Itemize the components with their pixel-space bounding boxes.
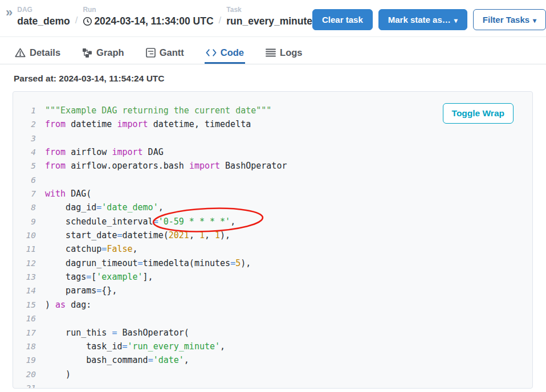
code-text: params={}, <box>45 284 117 297</box>
task-label: Task <box>226 6 312 14</box>
code-text: from airflow import DAG <box>45 145 164 159</box>
task-actions: Clear task Mark state as…▾ Filter Tasks▾ <box>312 6 546 30</box>
line-number: 11 <box>13 242 36 256</box>
code-text: dagrun_timeout=timedelta(minutes=5), <box>45 256 251 270</box>
parsed-at-text: Parsed at: 2024-03-14, 11:54:24 UTC <box>0 64 546 91</box>
code-line: 7with DAG( <box>13 187 532 201</box>
code-text: start_date=datetime(2021, 1, 1), <box>45 228 230 242</box>
code-text: ) <box>45 368 71 381</box>
code-text: tags=['example'], <box>45 270 153 284</box>
code-text: bash_command='date', <box>45 353 189 367</box>
code-text: with DAG( <box>45 187 91 201</box>
line-number: 16 <box>13 312 36 325</box>
code-line: 6 <box>13 173 532 187</box>
code-line: 5from airflow.operators.bash import Bash… <box>13 159 532 173</box>
code-text: from datetime import datetime, timedelta <box>45 117 251 131</box>
run-value[interactable]: 2024-03-14, 11:34:00 UTC <box>83 15 213 27</box>
line-number: 3 <box>13 132 36 145</box>
line-number: 20 <box>13 368 36 381</box>
dag-code-panel: Toggle Wrap 1"""Example DAG returning th… <box>13 91 533 389</box>
code-text: dag_id='date_demo', <box>45 201 164 214</box>
code-line: 15) as dag: <box>13 298 532 312</box>
code-text: from airflow.operators.bash import BashO… <box>45 159 287 173</box>
task-name[interactable]: run_every_minute <box>226 15 312 27</box>
line-number: 18 <box>13 340 36 353</box>
logs-icon <box>266 48 276 57</box>
run-label: Run <box>83 6 213 14</box>
line-number: 8 <box>13 201 36 214</box>
toggle-wrap-button[interactable]: Toggle Wrap <box>443 103 514 124</box>
breadcrumb-task: Task run_every_minute <box>226 6 312 27</box>
gantt-icon <box>146 48 156 58</box>
line-number: 6 <box>13 173 36 187</box>
line-number: 1 <box>13 104 36 117</box>
tab-graph[interactable]: Graph <box>81 37 125 64</box>
code-line: 13 tags=['example'], <box>13 270 532 284</box>
alert-triangle-icon <box>15 48 26 58</box>
code-line: 9 schedule_interval='0-59 * * * *', <box>13 215 532 228</box>
line-number: 10 <box>13 228 36 242</box>
code-line: 16 <box>13 312 532 325</box>
line-number: 7 <box>13 187 36 201</box>
line-number: 17 <box>13 326 36 340</box>
code-line: 3 <box>13 132 532 145</box>
code-line: 17 run_this = BashOperator( <box>13 326 532 340</box>
tab-code[interactable]: Code <box>205 37 245 64</box>
line-number: 19 <box>13 353 36 367</box>
caret-down-icon: ▾ <box>533 17 536 24</box>
code-text: run_this = BashOperator( <box>45 326 189 340</box>
code-text: ) as dag: <box>45 298 91 312</box>
code-line: 11 catchup=False, <box>13 242 532 256</box>
code-line: 10 start_date=datetime(2021, 1, 1), <box>13 228 532 242</box>
code-line: 19 bash_command='date', <box>13 353 532 367</box>
breadcrumb: DAG date_demo / Run 2024-03-14, 11:34:00… <box>17 6 312 27</box>
line-number: 14 <box>13 284 36 297</box>
run-timestamp: 2024-03-14, 11:34:00 UTC <box>94 15 213 27</box>
tab-gantt[interactable]: Gantt <box>145 37 185 64</box>
code-line: 14 params={}, <box>13 284 532 297</box>
code-line: 4from airflow import DAG <box>13 145 532 159</box>
code-text: catchup=False, <box>45 242 138 256</box>
filter-tasks-button[interactable]: Filter Tasks▾ <box>473 9 546 30</box>
line-number: 12 <box>13 256 36 270</box>
expand-breadcrumb-icon[interactable]: » <box>6 7 13 18</box>
task-instance-header: » DAG date_demo / Run 2024-03-14, 11:34:… <box>0 0 546 37</box>
code-text: schedule_interval='0-59 * * * *', <box>45 215 235 228</box>
clock-icon <box>83 17 92 26</box>
line-number: 15 <box>13 298 36 312</box>
code-line: 18 task_id='run_every_minute', <box>13 340 532 353</box>
caret-down-icon: ▾ <box>454 17 458 24</box>
mark-state-button[interactable]: Mark state as…▾ <box>378 9 467 30</box>
graph-icon <box>82 48 92 58</box>
breadcrumb-dag: DAG date_demo <box>17 6 70 27</box>
breadcrumb-run: Run 2024-03-14, 11:34:00 UTC <box>83 6 213 27</box>
code-text: task_id='run_every_minute', <box>45 340 225 353</box>
clear-task-button[interactable]: Clear task <box>312 9 373 30</box>
code-line: 8 dag_id='date_demo', <box>13 201 532 214</box>
code-icon <box>206 48 217 57</box>
line-number: 2 <box>13 117 36 131</box>
code-text: """Example DAG returning the current dat… <box>45 104 271 117</box>
line-number: 13 <box>13 270 36 284</box>
line-number: 21 <box>13 381 36 389</box>
tab-details[interactable]: Details <box>14 37 62 64</box>
line-number: 5 <box>13 159 36 173</box>
breadcrumb-separator: / <box>75 15 78 27</box>
code-line: 21 <box>13 381 532 389</box>
code-view: 1"""Example DAG returning the current da… <box>13 92 532 389</box>
tab-bar: Details Graph Gantt Code <box>0 37 546 64</box>
breadcrumb-separator: / <box>219 15 222 27</box>
code-line: 12 dagrun_timeout=timedelta(minutes=5), <box>13 256 532 270</box>
line-number: 9 <box>13 215 36 228</box>
dag-label: DAG <box>17 6 70 14</box>
line-number: 4 <box>13 145 36 159</box>
dag-name[interactable]: date_demo <box>17 15 70 27</box>
tab-logs[interactable]: Logs <box>264 37 303 64</box>
code-line: 20 ) <box>13 368 532 381</box>
